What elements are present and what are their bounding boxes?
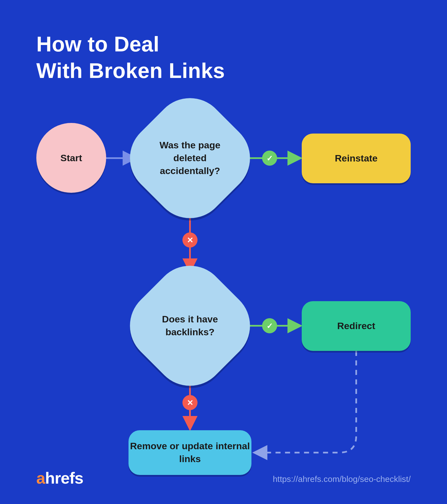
flowchart-canvas: Start Was the page deleted accidentally?… <box>0 0 447 504</box>
logo-rest: hrefs <box>45 469 83 487</box>
ahrefs-logo: ahrefs <box>36 469 83 487</box>
decision-deleted-accidentally: Was the page deleted accidentally? <box>115 83 265 233</box>
decision-2-label: Does it have backlinks? <box>148 313 232 339</box>
start-node: Start <box>36 123 106 193</box>
connector-lines <box>0 0 447 504</box>
action-remove-update-links: Remove or update internal links <box>129 430 251 475</box>
decision-has-backlinks: Does it have backlinks? <box>115 251 265 401</box>
cross-icon: ✕ <box>182 395 198 410</box>
logo-letter-a: a <box>36 469 45 487</box>
redirect-label: Redirect <box>337 320 375 332</box>
source-url: https://ahrefs.com/blog/seo-checklist/ <box>273 474 411 484</box>
check-icon: ✓ <box>262 151 277 166</box>
remove-label: Remove or update internal links <box>129 440 251 465</box>
start-label: Start <box>60 153 82 163</box>
check-icon: ✓ <box>262 318 277 333</box>
action-reinstate: Reinstate <box>302 134 411 183</box>
decision-1-label: Was the page deleted accidentally? <box>148 139 232 177</box>
action-redirect: Redirect <box>302 301 411 351</box>
reinstate-label: Reinstate <box>335 152 377 165</box>
connector-redirect-to-remove <box>255 351 356 453</box>
cross-icon: ✕ <box>182 232 198 248</box>
